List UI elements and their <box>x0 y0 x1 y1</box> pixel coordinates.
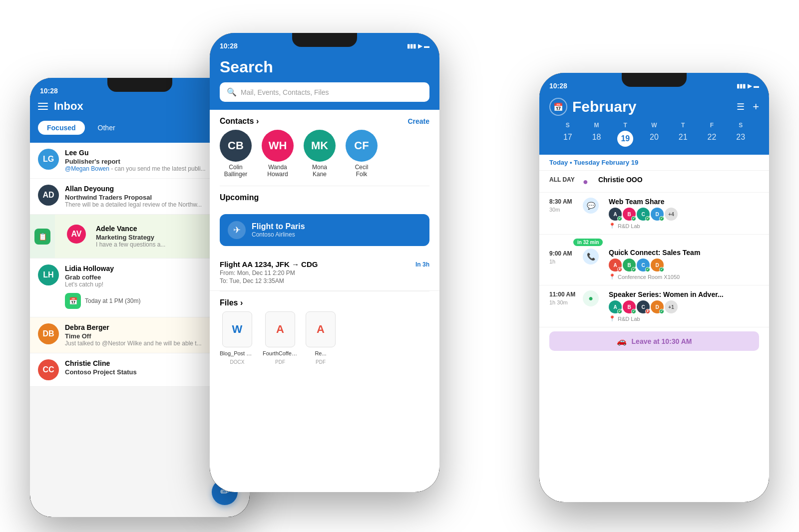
event-icon: 💬 <box>583 198 599 214</box>
file-name: Blog_Post Draft <box>220 350 255 356</box>
attendee-avatar: B ✓ <box>623 259 636 271</box>
email-sender: Adele Vance <box>96 225 137 233</box>
contacts-section-header: Contacts › Create <box>210 110 439 130</box>
status-time-left: 10:28 <box>40 87 58 95</box>
day-label: M <box>582 122 611 129</box>
cal-date[interactable]: 23 <box>726 131 755 147</box>
month-title: February <box>572 98 636 115</box>
status-icons-middle: ▮▮▮▶▬ <box>407 43 429 49</box>
file-type: DOCX <box>230 359 245 365</box>
event-icon: ● <box>583 290 599 306</box>
attendees-row: A ✗ B ✓ C ✓ D ✓ <box>609 259 759 271</box>
contact-name: WandaHoward <box>267 164 288 178</box>
event-location: 📍R&D Lab <box>609 315 759 322</box>
event-time: 9:00 AM <box>549 250 577 258</box>
attendee-avatar: D ✓ <box>651 300 664 313</box>
event-duration: 1h 30m <box>549 299 577 306</box>
leave-text: Leave at 10:30 AM <box>632 337 692 345</box>
event-time: 8:30 AM <box>549 198 577 206</box>
attendee-count: +1 <box>665 300 678 313</box>
contacts-row: CB ColinBallinger WH WandaHoward MK Mona… <box>210 130 439 186</box>
calendar-event[interactable]: in 32 min 9:00 AM 1h 📞 Quick Connect: Sa… <box>539 235 769 285</box>
tab-other[interactable]: Other <box>89 121 124 135</box>
contact-item[interactable]: MK MonaKane <box>304 130 336 178</box>
contact-name: ColinBallinger <box>224 164 248 178</box>
search-bar[interactable]: 🔍 Mail, Events, Contacts, Files <box>220 82 429 102</box>
attendee-avatar: B ✓ <box>623 300 636 313</box>
avatar: LG <box>38 149 59 170</box>
inbox-title: Inbox <box>54 100 83 113</box>
file-item[interactable]: A FourthCoffee#987 PDF <box>263 311 298 365</box>
files-label: Files › <box>220 298 243 307</box>
cal-date[interactable]: 18 <box>582 131 611 147</box>
attendee-avatar: C ✗ <box>637 300 650 313</box>
create-button[interactable]: Create <box>407 117 429 125</box>
calendar-event[interactable]: ALL DAY ● Christie OOO <box>539 171 769 193</box>
calendar-event[interactable]: 11:00 AM 1h 30m ● Speaker Series: Women … <box>539 285 769 327</box>
event-location: 📍Conference Room X1050 <box>609 273 759 280</box>
attendee-avatar: C ✓ <box>637 259 650 271</box>
avatar: AD <box>38 185 59 206</box>
calendar-body: Today • Tuesday February 19 ALL DAY ● Ch… <box>539 155 769 351</box>
day-label: F <box>698 122 727 129</box>
hamburger-menu[interactable] <box>38 103 48 110</box>
search-body: Contacts › Create CB ColinBallinger WH W… <box>210 110 439 373</box>
cal-date[interactable]: 17 <box>553 131 582 147</box>
day-label: T <box>611 122 640 129</box>
flight-from: From: Mon, Dec 11 2:20 PM <box>220 269 429 276</box>
calendar-time: Today at 1 PM (30m) <box>85 297 140 304</box>
event-time: 11:00 AM <box>549 290 577 299</box>
attendees-row: A ✓ B ✓ C ✓ D ✓ +4 <box>609 208 759 221</box>
event-duration: 30m <box>549 206 577 214</box>
attendee-avatar: A ✓ <box>609 208 622 221</box>
phone-right: 10:28 ▮▮▮▶▬ 📅 February ☰ + <box>539 73 769 502</box>
flight-badge: In 3h <box>415 261 429 268</box>
event-title: Quick Connect: Sales Team <box>609 249 759 257</box>
contact-item[interactable]: CB ColinBallinger <box>220 130 252 178</box>
file-name: Re... <box>315 350 326 356</box>
file-type: PDF <box>316 359 326 365</box>
cal-date[interactable]: 20 <box>640 131 669 147</box>
files-section-header: Files › <box>210 291 439 311</box>
notch-left <box>107 78 172 92</box>
attendee-avatar: A ✓ <box>609 300 622 313</box>
contacts-label: Contacts › <box>220 117 259 126</box>
cal-date-today[interactable]: 19 <box>617 131 633 147</box>
email-sender: Debra Berger <box>65 323 109 331</box>
event-title: Flight to Paris <box>252 222 305 231</box>
calendar-header-icons: ☰ + <box>737 100 759 113</box>
event-icon: 📞 <box>583 249 599 265</box>
attendee-avatar: A ✗ <box>609 259 622 271</box>
contact-avatar: CF <box>346 130 378 162</box>
status-time-right: 10:28 <box>549 82 567 90</box>
attendee-avatar: D ✓ <box>651 259 664 271</box>
file-item[interactable]: A Re... PDF <box>306 311 336 365</box>
calendar-event[interactable]: 8:30 AM 30m 💬 Web Team Share A ✓ B <box>539 193 769 235</box>
tab-focused[interactable]: Focused <box>38 121 85 135</box>
file-icon: A <box>265 311 295 347</box>
file-item[interactable]: W Blog_Post Draft DOCX <box>220 311 255 365</box>
upcoming-event[interactable]: ✈ Flight to Paris Contoso Airlines <box>220 214 429 246</box>
week-row: 17 18 19 20 21 22 23 <box>549 131 759 147</box>
avatar: AV <box>67 225 86 244</box>
file-type: PDF <box>275 359 285 365</box>
search-title: Search <box>220 58 429 76</box>
event-title: Christie OOO <box>598 176 759 184</box>
list-view-icon[interactable]: ☰ <box>737 101 745 112</box>
cal-date[interactable]: 22 <box>698 131 727 147</box>
add-event-icon[interactable]: + <box>753 100 759 113</box>
contact-avatar: WH <box>262 130 294 162</box>
flight-detail[interactable]: Flight AA 1234, JFK → CDG In 3h From: Mo… <box>210 254 439 291</box>
contact-item[interactable]: WH WandaHoward <box>262 130 294 178</box>
files-grid: W Blog_Post Draft DOCX A FourthCoffee#98… <box>210 311 439 373</box>
day-label: S <box>726 122 755 129</box>
search-icon: 🔍 <box>227 87 237 97</box>
avatar: CC <box>38 359 59 380</box>
attendee-avatar: D ✓ <box>651 208 664 221</box>
email-sender: Lidia Holloway <box>65 265 114 272</box>
event-title: Speaker Series: Women in Adver... <box>609 290 759 298</box>
cal-date[interactable]: 21 <box>669 131 698 147</box>
email-sender: Allan Deyoung <box>65 185 114 193</box>
event-subtitle: Contoso Airlines <box>252 231 305 238</box>
contact-item[interactable]: CF CecilFolk <box>346 130 378 178</box>
